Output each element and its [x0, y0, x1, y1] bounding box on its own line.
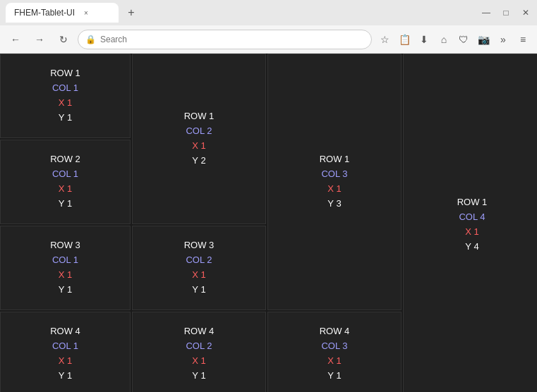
y-label: Y 1	[192, 369, 205, 384]
bookmark-icon[interactable]: ☆	[376, 31, 393, 48]
cell-text-r1c3: ROW 1 COL 3 X 1 Y 3	[320, 152, 350, 211]
cell-text-r1c4: ROW 1 COL 4 X 1 Y 4	[457, 195, 488, 254]
row-label: ROW 4	[320, 324, 350, 339]
col-label: COL 2	[186, 253, 212, 268]
row-label: ROW 4	[50, 324, 80, 339]
y-label: Y 1	[59, 283, 72, 298]
forward-button[interactable]: →	[30, 30, 49, 49]
minimize-button[interactable]: —	[481, 8, 492, 18]
cell-text-r3c1: ROW 3 COL 1 X 1 Y 1	[50, 238, 80, 297]
cell-text-r2c1: ROW 2 COL 1 X 1 Y 1	[50, 152, 80, 211]
tab-title: FHEM-Tablet-UI	[14, 8, 75, 18]
cell-text-r4c2: ROW 4 COL 2 X 1 Y 1	[184, 324, 215, 383]
y-label: Y 1	[59, 111, 72, 125]
address-input[interactable]	[100, 35, 364, 44]
col-label: COL 1	[52, 339, 78, 354]
col-label: COL 1	[52, 253, 78, 268]
row-label: ROW 1	[457, 195, 488, 210]
screenshot-icon[interactable]: 📷	[475, 31, 492, 48]
col-label: COL 2	[186, 339, 212, 354]
row-label: ROW 2	[50, 152, 80, 167]
col-label: COL 2	[186, 124, 212, 139]
x-label: X 1	[327, 182, 342, 197]
cell-r3c2: ROW 3 COL 2 X 1 Y 1	[132, 226, 266, 310]
x-label: X 1	[192, 354, 206, 369]
grid-container: ROW 1 COL 1 X 1 Y 1 ROW 1 COL 2 X 1 Y 2 …	[0, 54, 537, 392]
col-label: COL 1	[52, 167, 78, 182]
new-tab-button[interactable]: +	[121, 3, 141, 23]
tab-close-button[interactable]: ×	[80, 7, 92, 18]
row-label: ROW 3	[184, 238, 215, 253]
window-controls: — □ ✕	[481, 8, 531, 18]
y-label: Y 4	[465, 240, 478, 255]
x-label: X 1	[59, 182, 73, 197]
reading-list-icon[interactable]: 📋	[396, 31, 413, 48]
address-bar[interactable]: 🔒	[78, 30, 372, 49]
cell-r1c1: ROW 1 COL 1 X 1 Y 1	[0, 54, 131, 138]
cell-r1c4: ROW 1 COL 4 X 1 Y 4	[403, 54, 537, 392]
close-button[interactable]: ✕	[520, 8, 531, 18]
y-label: Y 2	[192, 154, 205, 169]
cell-text-r1c1: ROW 1 COL 1 X 1 Y 1	[50, 66, 80, 125]
download-icon[interactable]: ⬇	[416, 31, 433, 48]
nav-bar: ← → ↻ 🔒 ☆ 📋 ⬇ ⌂ 🛡 📷 » ≡	[0, 25, 537, 54]
shield-icon[interactable]: 🛡	[455, 31, 472, 48]
cell-r3c1: ROW 3 COL 1 X 1 Y 1	[0, 226, 131, 310]
x-label: X 1	[59, 268, 73, 283]
browser-tab[interactable]: FHEM-Tablet-UI ×	[6, 3, 119, 23]
col-label: COL 1	[52, 81, 78, 96]
back-button[interactable]: ←	[6, 30, 25, 49]
y-label: Y 1	[59, 369, 72, 384]
cell-text-r3c2: ROW 3 COL 2 X 1 Y 1	[184, 238, 215, 297]
row-label: ROW 1	[184, 109, 215, 124]
y-label: Y 1	[192, 283, 205, 298]
cell-r4c2: ROW 4 COL 2 X 1 Y 1	[132, 312, 266, 392]
cell-r4c1: ROW 4 COL 1 X 1 Y 1	[0, 312, 131, 392]
row-label: ROW 4	[184, 324, 215, 339]
maximize-button[interactable]: □	[500, 8, 512, 18]
x-label: X 1	[327, 354, 342, 369]
y-label: Y 1	[327, 369, 341, 384]
y-label: Y 3	[327, 197, 341, 212]
row-label: ROW 3	[50, 238, 80, 253]
nav-icon-group: ☆ 📋 ⬇ ⌂ 🛡 📷 » ≡	[376, 31, 531, 48]
x-label: X 1	[465, 225, 479, 240]
cell-r1c2: ROW 1 COL 2 X 1 Y 2	[132, 54, 266, 224]
title-bar: FHEM-Tablet-UI × + — □ ✕	[0, 0, 537, 25]
home-icon[interactable]: ⌂	[435, 31, 452, 48]
cell-r4c3: ROW 4 COL 3 X 1 Y 1	[267, 312, 402, 392]
col-label: COL 3	[321, 339, 347, 354]
x-label: X 1	[59, 354, 73, 369]
row-label: ROW 1	[50, 66, 80, 81]
menu-icon[interactable]: ≡	[514, 31, 531, 48]
cell-r1c3: ROW 1 COL 3 X 1 Y 3	[267, 54, 402, 310]
browser-chrome: FHEM-Tablet-UI × + — □ ✕ ← → ↻ 🔒 ☆ 📋 ⬇ ⌂…	[0, 0, 537, 54]
row-label: ROW 1	[320, 152, 350, 167]
cell-text-r1c2: ROW 1 COL 2 X 1 Y 2	[184, 109, 215, 168]
info-icon: 🔒	[85, 35, 96, 44]
cell-text-r4c3: ROW 4 COL 3 X 1 Y 1	[320, 324, 350, 383]
col-label: COL 4	[459, 210, 485, 225]
refresh-button[interactable]: ↻	[54, 30, 73, 49]
col-label: COL 3	[321, 167, 347, 182]
extensions-icon[interactable]: »	[495, 31, 512, 48]
x-label: X 1	[192, 268, 206, 283]
x-label: X 1	[59, 96, 73, 111]
x-label: X 1	[192, 139, 206, 154]
cell-text-r4c1: ROW 4 COL 1 X 1 Y 1	[50, 324, 80, 383]
cell-r2c1: ROW 2 COL 1 X 1 Y 1	[0, 140, 131, 224]
y-label: Y 1	[59, 197, 72, 212]
